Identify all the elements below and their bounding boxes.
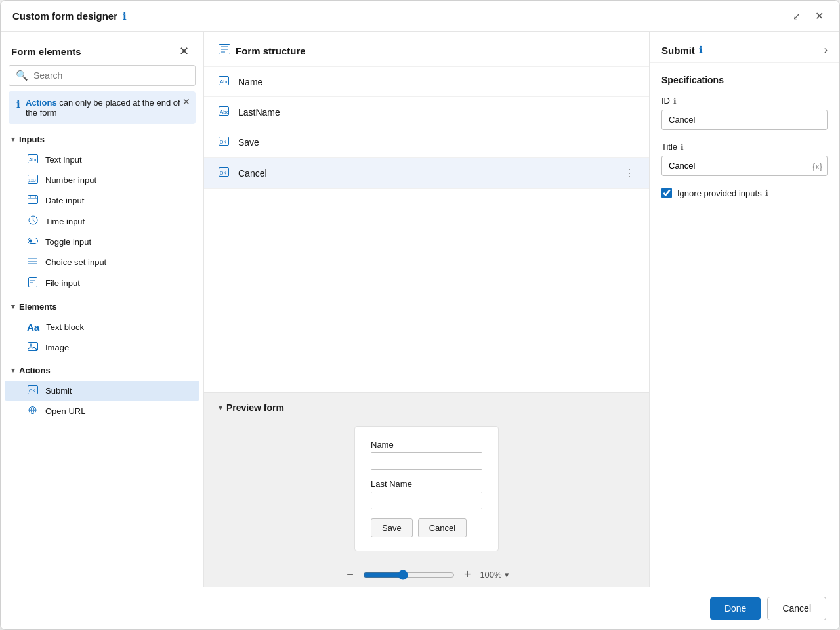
preview-field-lastname-input[interactable] (371, 492, 482, 509)
text-block-icon: Aa (27, 322, 39, 333)
file-input-icon (27, 277, 39, 289)
id-field-group: ID ℹ (662, 96, 828, 130)
image-icon (27, 342, 39, 353)
form-structure-header: Form structure (204, 32, 649, 67)
search-input[interactable] (33, 70, 188, 81)
inputs-section-header[interactable]: ▾ Inputs (1, 129, 203, 150)
sidebar-item-text-block[interactable]: Aa Text block (5, 317, 200, 337)
form-item-cancel[interactable]: OK Cancel ⋮ (204, 158, 649, 189)
form-item-cancel-label: Cancel (238, 168, 618, 178)
search-icon: 🔍 (16, 70, 28, 81)
form-item-lastname-icon: Abc (219, 106, 232, 117)
form-item-save-icon: OK (219, 136, 232, 148)
choice-set-input-label: Choice set input (45, 257, 106, 267)
preview-chevron: ▾ (219, 404, 222, 412)
zoom-in-button[interactable]: + (461, 568, 474, 581)
ignore-inputs-info-icon: ℹ (765, 188, 768, 198)
info-icon: ℹ (123, 10, 127, 22)
svg-point-18 (30, 344, 32, 346)
elements-section: ▾ Elements Aa Text block Image (1, 297, 203, 358)
submit-label: Submit (45, 386, 72, 396)
id-info-icon: ℹ (673, 96, 677, 106)
open-url-label: Open URL (45, 406, 85, 416)
elements-section-header[interactable]: ▾ Elements (1, 297, 203, 317)
close-button[interactable]: ✕ (811, 9, 828, 24)
preview-field-name-input[interactable] (371, 452, 482, 470)
done-button[interactable]: Done (710, 597, 761, 620)
submit-icon: OK (27, 385, 39, 396)
number-input-icon: 123 (27, 175, 39, 186)
form-item-save-label: Save (238, 137, 635, 148)
title-label-text: Title (662, 142, 677, 152)
inputs-section-label: Inputs (19, 135, 45, 144)
form-structure-icon (219, 44, 230, 57)
zoom-slider[interactable] (363, 570, 455, 580)
preview-field-lastname: Last Name (371, 479, 482, 509)
text-block-label: Text block (46, 322, 84, 332)
title-bar-actions: ⤢ ✕ (789, 9, 828, 24)
sidebar-item-file-input[interactable]: File input (5, 272, 200, 294)
left-panel-title: Form elements (11, 46, 81, 57)
footer-cancel-button[interactable]: Cancel (767, 597, 826, 620)
right-panel-header: Submit ℹ › (650, 32, 839, 63)
zoom-bar: − + 100% ▾ (204, 562, 649, 587)
elements-chevron: ▾ (11, 303, 15, 311)
title-suffix-button[interactable]: {x} (812, 161, 822, 171)
zoom-dropdown-icon[interactable]: ▾ (505, 570, 509, 579)
svg-text:OK: OK (220, 171, 226, 175)
preview-save-button[interactable]: Save (371, 518, 413, 537)
right-panel-title: Submit ℹ (662, 45, 702, 56)
form-item-cancel-more-icon[interactable]: ⋮ (624, 167, 635, 179)
left-panel-close-button[interactable]: ✕ (175, 43, 193, 60)
zoom-out-button[interactable]: − (344, 568, 356, 581)
alert-info-icon: ℹ (16, 98, 20, 110)
zoom-value: 100% (480, 570, 501, 579)
form-item-name[interactable]: Abc Name (204, 67, 649, 97)
form-item-lastname[interactable]: Abc LastName (204, 97, 649, 127)
ignore-inputs-row: Ignore provided inputs ℹ (662, 188, 828, 198)
alert-text: Actions can only be placed at the end of… (26, 98, 188, 117)
title-field-input[interactable] (662, 156, 828, 176)
sidebar-item-image[interactable]: Image (5, 337, 200, 358)
actions-chevron: ▾ (11, 366, 15, 375)
alert-close-button[interactable]: ✕ (182, 96, 190, 107)
preview-field-name: Name (371, 440, 482, 470)
sidebar-item-choice-set-input[interactable]: Choice set input (5, 252, 200, 272)
preview-title: Preview form (226, 402, 284, 413)
toggle-input-icon (27, 236, 39, 247)
actions-section-header[interactable]: ▾ Actions (1, 360, 203, 381)
search-box: 🔍 (9, 65, 196, 86)
sidebar-item-time-input[interactable]: Time input (5, 211, 200, 232)
text-input-label: Text input (45, 155, 82, 165)
svg-text:Abc: Abc (220, 79, 229, 85)
right-panel-title-text: Submit (662, 45, 695, 56)
sidebar-item-toggle-input[interactable]: Toggle input (5, 232, 200, 252)
svg-text:OK: OK (220, 140, 226, 144)
id-field-label: ID ℹ (662, 96, 828, 106)
inputs-section: ▾ Inputs Abc Text input 123 Number input (1, 129, 203, 294)
sidebar-item-date-input[interactable]: Date input (5, 190, 200, 211)
svg-text:Abc: Abc (29, 157, 38, 163)
title-field-group: Title ℹ {x} (662, 142, 828, 176)
sidebar-item-number-input[interactable]: 123 Number input (5, 170, 200, 190)
right-panel-body: Specifications ID ℹ Title ℹ {x} (650, 63, 839, 210)
sidebar-item-open-url[interactable]: Open URL (5, 401, 200, 421)
sidebar-item-text-input[interactable]: Abc Text input (5, 150, 200, 170)
id-field-input[interactable] (662, 110, 828, 130)
svg-point-12 (29, 240, 32, 243)
right-panel-nav-button[interactable]: › (824, 44, 828, 56)
preview-area: ▾ Preview form Name Last Name (204, 393, 649, 587)
ignore-inputs-label: Ignore provided inputs ℹ (677, 188, 768, 198)
preview-header[interactable]: ▾ Preview form (204, 393, 649, 419)
alert-actions-bold: Actions (26, 98, 57, 108)
ignore-inputs-checkbox[interactable] (662, 188, 672, 198)
alert-banner: ℹ Actions can only be placed at the end … (9, 91, 196, 124)
sidebar-item-submit[interactable]: OK Submit (5, 381, 200, 401)
date-input-label: Date input (45, 196, 84, 205)
file-input-label: File input (45, 278, 80, 288)
text-input-icon: Abc (27, 154, 39, 165)
form-item-save[interactable]: OK Save (204, 127, 649, 158)
id-label-text: ID (662, 96, 670, 106)
minimize-button[interactable]: ⤢ (789, 10, 805, 23)
preview-cancel-button[interactable]: Cancel (418, 518, 467, 537)
